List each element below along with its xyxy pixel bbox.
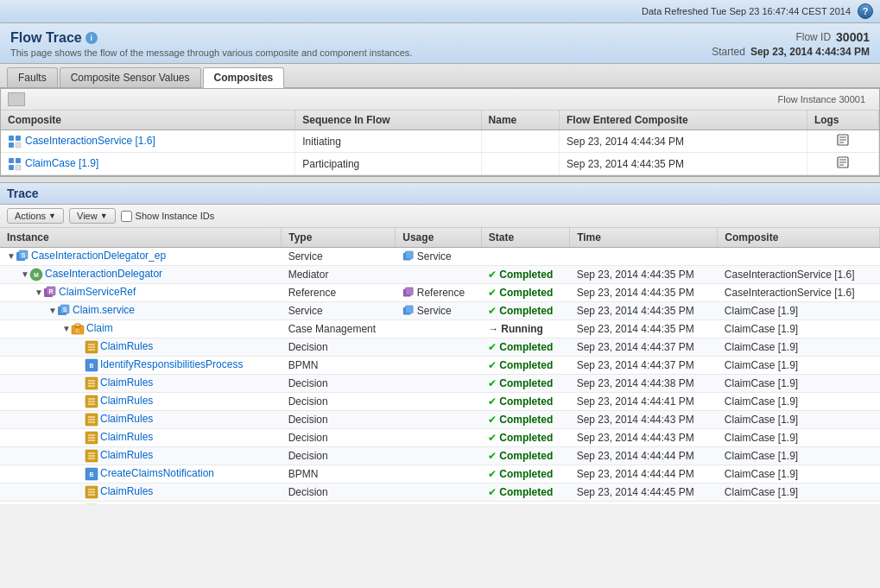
trace-row: ▼RClaimServiceRef Reference Reference ✔C… — [0, 284, 880, 302]
instance-name-link[interactable]: CaseInteractionDelegator_ep — [31, 250, 166, 262]
instance-name-link[interactable]: ClaimRules — [100, 485, 153, 497]
trace-row: BIdentifyResponsibilitiesProcess BPMN ✔C… — [0, 357, 880, 375]
usage-cell: Reference — [396, 284, 481, 302]
composite-row: CaseInteractionService [1.6] Initiating … — [1, 130, 879, 153]
type-cell: Service — [282, 302, 396, 320]
state-cell: ✔Completed — [481, 447, 569, 465]
flow-info: Flow ID 30001 Started Sep 23, 2014 4:44:… — [712, 30, 870, 58]
instance-name-link[interactable]: ClaimRules — [100, 503, 153, 504]
state-text: Completed — [499, 341, 553, 353]
usage-cell: Service — [396, 302, 481, 320]
instance-name-link[interactable]: CreateClaimsNotification — [100, 467, 214, 479]
instance-cell: BIdentifyResponsibilitiesProcess — [0, 357, 282, 375]
instance-name-link[interactable]: Claim.service — [73, 304, 135, 316]
instance-cell: ▼SClaim.service — [0, 302, 282, 320]
arrow-icon: → — [488, 323, 498, 335]
state-cell: →Running — [481, 320, 569, 338]
type-cell: Decision — [282, 502, 396, 505]
help-button[interactable]: ? — [858, 3, 873, 19]
tree-toggle[interactable]: ▼ — [21, 269, 29, 279]
state-text: Completed — [499, 450, 553, 462]
info-icon[interactable]: i — [85, 32, 98, 44]
col-name: Name — [481, 111, 559, 130]
usage-cell — [396, 502, 481, 505]
instance-cell: ClaimRules — [0, 411, 282, 429]
usage-cell — [396, 465, 481, 484]
time-cell: Sep 23, 2014 4:44:41 PM — [570, 393, 718, 411]
instance-name-link[interactable]: ClaimRules — [100, 431, 153, 443]
instance-name-link[interactable]: ClaimRules — [100, 395, 153, 407]
usage-cell — [396, 375, 481, 393]
time-cell: Sep 23, 2014 4:44:43 PM — [570, 411, 718, 429]
instance-name-link[interactable]: IdentifyResponsibilitiesProcess — [100, 358, 243, 370]
composite-cell: ClaimCase [1.9] — [718, 302, 880, 320]
composites-table: Composite Sequence In Flow Name Flow Ent… — [1, 111, 879, 175]
trace-row: ▼SCaseInteractionDelegator_ep Service Se… — [0, 248, 880, 266]
state-text: Completed — [499, 305, 553, 317]
tree-toggle[interactable]: ▼ — [7, 251, 16, 261]
view-label: View — [77, 211, 98, 221]
show-instance-ids-label[interactable]: Show Instance IDs — [121, 211, 215, 222]
trace-row: ▼SClaim.service Service Service ✔Complet… — [0, 302, 880, 320]
check-icon: ✔ — [488, 269, 497, 281]
tree-toggle[interactable]: ▼ — [48, 306, 57, 315]
check-icon: ✔ — [488, 432, 497, 444]
check-icon: ✔ — [488, 414, 497, 426]
state-text: Completed — [499, 395, 553, 408]
svg-text:C: C — [76, 328, 80, 333]
composite-cell: ClaimCase [1.9] — [718, 484, 880, 502]
page-header: Flow Trace i This page shows the flow of… — [0, 23, 880, 64]
composite-cell: CaseInteractionService [1.6] — [718, 284, 880, 302]
trace-row: ClaimRules Decision ✔Completed Sep 23, 2… — [0, 393, 880, 411]
svg-rect-2 — [9, 142, 14, 148]
instance-name-link[interactable]: ClaimServiceRef — [59, 286, 136, 298]
tab-faults[interactable]: Faults — [7, 67, 58, 87]
tab-composites[interactable]: Composites — [203, 67, 285, 88]
col-instance: Instance — [0, 228, 282, 248]
svg-text:B: B — [89, 471, 93, 477]
trace-row: BCreateClaimsNotification BPMN ✔Complete… — [0, 465, 880, 484]
refresh-timestamp: Data Refreshed Tue Sep 23 16:47:44 CEST … — [642, 6, 851, 16]
instance-cell: ▼RClaimServiceRef — [0, 284, 282, 302]
svg-rect-20 — [405, 251, 413, 259]
usage-cell — [396, 266, 481, 284]
state-text: Completed — [499, 432, 553, 444]
composite-name-link[interactable]: CaseInteractionService [1.6] — [25, 135, 155, 147]
instance-name-link[interactable]: CaseInteractionDelegator — [45, 268, 162, 280]
composites-scroll-area[interactable]: Composite Sequence In Flow Name Flow Ent… — [1, 111, 879, 175]
composite-logs-cell[interactable] — [807, 153, 878, 175]
usage-cell — [396, 357, 481, 375]
composite-logs-cell[interactable] — [807, 130, 878, 153]
instance-name-link[interactable]: ClaimRules — [100, 376, 153, 389]
type-cell: Decision — [282, 338, 396, 357]
tree-toggle[interactable]: ▼ — [35, 288, 43, 297]
svg-text:S: S — [22, 252, 26, 258]
instance-cell: ▼MCaseInteractionDelegator — [0, 266, 282, 284]
tab-sensor-values[interactable]: Composite Sensor Values — [60, 67, 201, 87]
time-cell: Sep 23, 2014 4:44:35 PM — [570, 266, 718, 284]
trace-scroll-area[interactable]: Instance Type Usage State Time Composite… — [0, 228, 880, 504]
instance-name-link[interactable]: ClaimRules — [100, 340, 153, 352]
instance-name-link[interactable]: ClaimRules — [100, 449, 153, 461]
state-cell: ✔Completed — [481, 465, 569, 484]
instance-name-link[interactable]: Claim — [86, 322, 113, 334]
view-dropdown-arrow: ▼ — [100, 212, 108, 220]
type-cell: Decision — [282, 447, 396, 465]
type-cell: Decision — [282, 429, 396, 447]
tabs-bar: Faults Composite Sensor Values Composite… — [0, 64, 880, 88]
instance-name-link[interactable]: ClaimRules — [100, 413, 153, 425]
state-cell: ✔Completed — [481, 375, 569, 393]
svg-text:S: S — [63, 307, 67, 313]
view-button[interactable]: View ▼ — [69, 208, 116, 224]
composite-cell: ClaimCase [1.9] — [718, 338, 880, 357]
instance-cell: ClaimRules — [0, 502, 282, 505]
time-cell: Sep 23, 2014 4:44:44 PM — [570, 465, 718, 484]
state-cell: ✔Completed — [481, 338, 569, 357]
type-cell: Service — [282, 248, 396, 266]
actions-button[interactable]: Actions ▼ — [7, 208, 64, 224]
instance-cell: ClaimRules — [0, 338, 282, 357]
composite-name-link[interactable]: ClaimCase [1.9] — [25, 157, 98, 169]
tree-toggle[interactable]: ▼ — [62, 324, 71, 333]
state-cell: ✔Completed — [481, 429, 569, 447]
show-instance-ids-checkbox[interactable] — [121, 211, 132, 222]
